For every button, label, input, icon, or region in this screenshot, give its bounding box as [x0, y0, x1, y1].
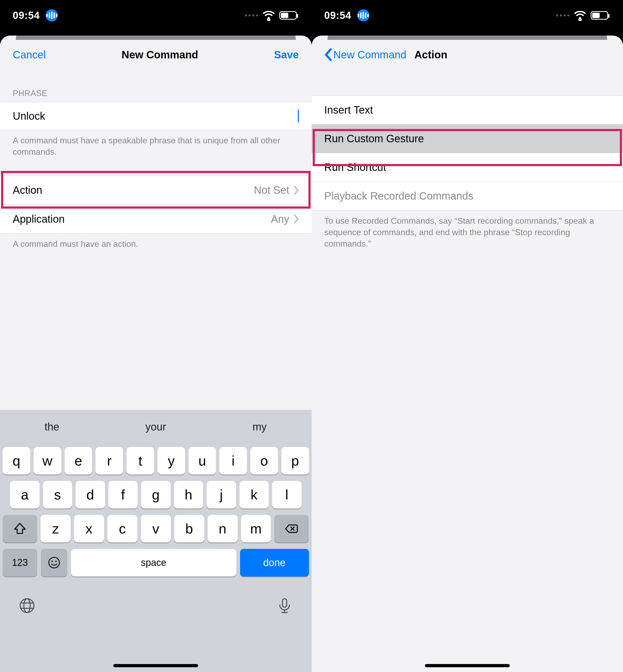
modal-navbar: New Command Action [312, 35, 623, 68]
save-button[interactable]: Save [274, 49, 299, 61]
key-c[interactable]: c [108, 515, 138, 542]
key-d[interactable]: d [76, 481, 105, 508]
suggestion-3[interactable]: my [208, 421, 312, 433]
key-l[interactable]: l [272, 481, 301, 508]
action-run-custom-gesture[interactable]: Run Custom Gesture [312, 124, 623, 153]
key-z[interactable]: z [40, 515, 70, 542]
key-x[interactable]: x [74, 515, 104, 542]
key-s[interactable]: s [43, 481, 72, 508]
svg-point-5 [24, 599, 30, 613]
key-i[interactable]: i [219, 447, 247, 475]
svg-point-1 [49, 557, 59, 568]
key-a[interactable]: a [10, 481, 39, 508]
application-row-value: Any [271, 213, 289, 225]
keyboard-suggestions: the your my [0, 410, 312, 444]
key-v[interactable]: v [141, 515, 171, 542]
key-h[interactable]: h [174, 481, 203, 508]
action-footer: A command must have an action. [0, 233, 312, 254]
status-time: 09:54 [324, 10, 351, 21]
voice-control-icon [46, 9, 58, 22]
key-emoji[interactable] [41, 549, 67, 577]
globe-icon[interactable] [19, 597, 35, 614]
action-row-label: Action [13, 184, 42, 196]
chevron-right-icon [294, 215, 299, 223]
modal-title: Action [414, 49, 447, 61]
key-j[interactable]: j [207, 481, 236, 508]
action-row-value: Not Set [254, 184, 289, 196]
voice-control-icon [357, 9, 369, 22]
key-y[interactable]: y [157, 447, 185, 475]
modal-navbar: Cancel New Command Save [0, 35, 312, 68]
key-e[interactable]: e [65, 447, 92, 475]
phrase-section-header: PHRASE [0, 68, 312, 102]
modal-title: New Command [121, 49, 198, 61]
phrase-input[interactable]: Unlock [13, 110, 298, 122]
action-row[interactable]: Action Not Set [0, 176, 312, 205]
key-q[interactable]: q [3, 447, 30, 475]
svg-point-2 [52, 561, 53, 562]
cancel-button[interactable]: Cancel [13, 49, 46, 61]
key-numbers[interactable]: 123 [3, 549, 37, 577]
key-n[interactable]: n [208, 515, 238, 542]
key-f[interactable]: f [109, 481, 138, 508]
action-run-shortcut[interactable]: Run Shortcut [312, 153, 623, 182]
suggestion-2[interactable]: your [104, 421, 208, 433]
modal-sheet: New Command Action Insert Text Run Custo… [312, 35, 623, 672]
svg-rect-6 [283, 599, 287, 607]
status-time: 09:54 [13, 10, 40, 21]
home-indicator[interactable] [113, 664, 198, 667]
right-phone: 09:54 New Command Action Insert Text [312, 0, 623, 672]
key-p[interactable]: p [281, 447, 309, 475]
chevron-left-icon [324, 48, 332, 61]
key-t[interactable]: t [126, 447, 154, 475]
svg-point-4 [20, 599, 34, 613]
key-r[interactable]: r [95, 447, 123, 475]
chevron-right-icon [294, 186, 299, 195]
actions-footer: To use Recorded Commands, say “Start rec… [312, 211, 623, 254]
key-b[interactable]: b [174, 515, 204, 542]
key-backspace[interactable] [274, 515, 309, 542]
key-done[interactable]: done [240, 549, 309, 577]
keyboard: the your my q w e r t y u i o p a [0, 410, 312, 672]
home-indicator[interactable] [425, 664, 510, 667]
cellular-dots-icon [245, 14, 258, 17]
text-cursor [298, 110, 299, 122]
key-o[interactable]: o [250, 447, 278, 475]
application-row-label: Application [13, 213, 65, 225]
key-shift[interactable] [3, 515, 37, 542]
left-phone: 09:54 Cancel New Command Save PHRASE Unl… [0, 0, 312, 672]
action-insert-text[interactable]: Insert Text [312, 96, 623, 124]
cellular-dots-icon [556, 14, 569, 17]
phrase-input-row[interactable]: Unlock [0, 102, 312, 130]
action-playback-recorded[interactable]: Playback Recorded Commands [312, 182, 623, 211]
phrase-footer: A command must have a speakable phrase t… [0, 130, 312, 162]
key-w[interactable]: w [34, 447, 61, 475]
suggestion-1[interactable]: the [0, 421, 104, 433]
mic-icon[interactable] [276, 597, 293, 614]
key-space[interactable]: space [71, 549, 236, 577]
key-u[interactable]: u [188, 447, 216, 475]
svg-point-3 [55, 561, 57, 562]
svg-point-7 [579, 17, 581, 19]
battery-icon [279, 11, 297, 20]
key-k[interactable]: k [239, 481, 269, 508]
svg-point-0 [268, 17, 270, 19]
status-bar: 09:54 [0, 0, 312, 35]
wifi-icon [263, 10, 274, 21]
key-g[interactable]: g [141, 481, 171, 508]
status-bar: 09:54 [312, 0, 623, 35]
wifi-icon [574, 10, 586, 21]
battery-icon [591, 11, 608, 20]
back-button[interactable]: New Command [324, 48, 407, 61]
key-m[interactable]: m [241, 515, 271, 542]
modal-sheet: Cancel New Command Save PHRASE Unlock A … [0, 35, 312, 672]
application-row[interactable]: Application Any [0, 205, 312, 233]
